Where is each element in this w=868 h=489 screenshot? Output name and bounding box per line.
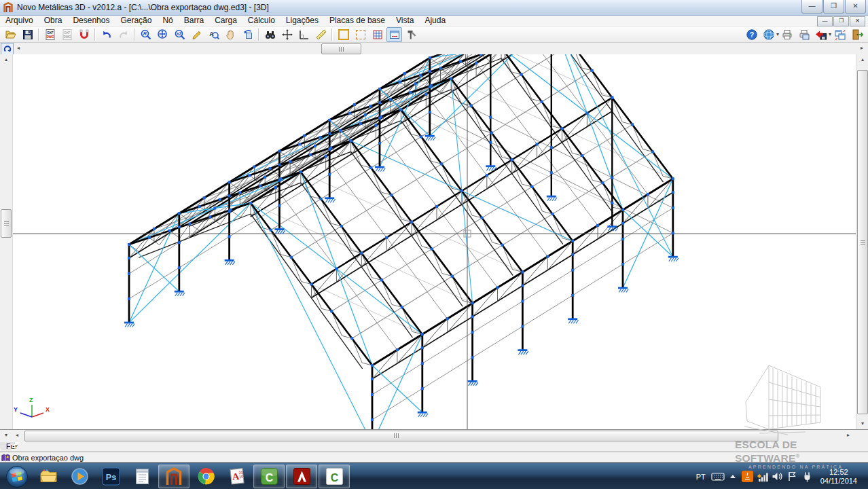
menu-item-desenhos[interactable]: Desenhos — [67, 16, 115, 26]
menu-item-arquivo[interactable]: Arquivo — [0, 16, 39, 26]
move-node-button[interactable] — [279, 27, 295, 42]
edit-pencil-button[interactable] — [189, 27, 204, 42]
rotation-scrollbar-horizontal[interactable]: ◂ ▸ — [0, 43, 868, 55]
web-globe-button[interactable] — [761, 27, 777, 42]
taskbar-app-adobe-reader[interactable] — [286, 465, 317, 488]
scroll-right-arrow[interactable]: ▸ — [857, 43, 867, 54]
tools-hammer-button[interactable] — [403, 27, 419, 42]
mdi-restore-button[interactable]: ❐ — [833, 16, 849, 26]
language-indicator[interactable]: PT — [691, 473, 710, 481]
selection-rect-button[interactable] — [352, 27, 368, 42]
scroll-down-arrow-left[interactable]: ▾ — [0, 430, 12, 441]
find-text-icon: A — [208, 29, 220, 41]
undo-button[interactable] — [98, 27, 114, 42]
scroll-up-arrow-right[interactable]: ▴ — [856, 54, 868, 65]
right-scrollbar-thumb[interactable] — [857, 70, 868, 414]
menu-item-geracao[interactable]: Geração — [115, 16, 157, 26]
menu-item-ajuda[interactable]: Ajuda — [419, 16, 451, 26]
main-toolbar: DXFDWGDXFDWGRx2A ?▾▾ — [0, 26, 868, 43]
zoom-extents-button[interactable] — [155, 27, 170, 42]
menu-item-barra[interactable]: Barra — [179, 16, 209, 26]
3d-model-canvas[interactable] — [12, 54, 856, 429]
zoom-x2-button[interactable]: x2 — [172, 27, 187, 42]
redo-button[interactable] — [115, 27, 131, 42]
taskbar-app-chrome[interactable] — [191, 465, 221, 488]
help-button[interactable]: ? — [744, 27, 760, 42]
restore-button[interactable]: ❐ — [823, 0, 844, 14]
taskbar-app-camtasia-studio[interactable]: C — [319, 465, 350, 488]
taskbar-app-notepad[interactable] — [127, 465, 157, 488]
tray-volume-icon[interactable] — [770, 471, 785, 483]
scroll-down-arrow-right[interactable]: ▾ — [856, 418, 868, 429]
mdi-close-button[interactable]: ✕ — [850, 16, 865, 26]
menu-item-no[interactable]: Nó — [157, 16, 178, 26]
magnet-button[interactable] — [76, 27, 92, 42]
save-icon — [22, 29, 34, 41]
system-tray: PT12:5204/11/2014 — [691, 463, 864, 489]
menu-item-placas-de-base[interactable]: Placas de base — [324, 16, 391, 26]
web-globe-dropdown-arrow[interactable]: ▾ — [776, 31, 779, 37]
measure-button[interactable] — [313, 27, 329, 42]
menu-item-calculo[interactable]: Cálculo — [242, 16, 281, 26]
svg-text:R: R — [143, 31, 147, 37]
menu-item-obra[interactable]: Obra — [39, 16, 68, 26]
clock-time: 12:52 — [820, 468, 857, 477]
tray-network-icon[interactable] — [755, 471, 770, 483]
3d-viewport[interactable] — [12, 54, 856, 429]
tray-hidden-icons-icon[interactable] — [725, 471, 740, 483]
scroll-left-arrow[interactable]: ◂ — [14, 43, 23, 54]
find-text-button[interactable]: A — [206, 27, 221, 42]
binoculars-button[interactable] — [262, 27, 278, 42]
taskbar-app-media-player[interactable] — [65, 465, 94, 488]
rotate-mode-button[interactable] — [1, 43, 14, 55]
export-disk-button[interactable] — [814, 27, 829, 42]
vertical-scrollbar[interactable]: ▴ ▾ — [856, 54, 868, 429]
frame-rect-button[interactable] — [336, 27, 351, 42]
tray-keyboard-icon[interactable] — [710, 471, 725, 483]
menu-item-carga[interactable]: Carga — [209, 16, 242, 26]
pan-hand-button[interactable] — [223, 27, 238, 42]
menu-item-ligacoes[interactable]: Ligações — [281, 16, 324, 26]
save-button[interactable] — [20, 27, 35, 42]
rotation-scrollbar-thumb[interactable] — [321, 43, 361, 54]
window-view-button[interactable] — [386, 27, 402, 42]
print-preview-button[interactable] — [797, 27, 812, 42]
left-scrollbar-thumb[interactable] — [1, 209, 12, 238]
svg-text:DWG: DWG — [63, 35, 71, 38]
svg-text:DXF: DXF — [64, 31, 70, 34]
tray-java-icon[interactable] — [740, 471, 755, 483]
print-button[interactable] — [780, 27, 795, 42]
start-button[interactable] — [2, 465, 32, 488]
bottom-scrollbar-thumb[interactable] — [24, 431, 778, 441]
taskbar-app-windows-explorer[interactable] — [33, 465, 63, 488]
close-button[interactable]: ✕ — [845, 0, 866, 14]
exit-door-button[interactable] — [849, 27, 865, 42]
import-dxf-button[interactable]: DXFDWG — [59, 27, 75, 42]
title-bar[interactable]: Novo Metálicas 3D - v2012.a - [C:\...\Ob… — [0, 0, 868, 16]
export-disk-dropdown-arrow[interactable]: ▾ — [829, 31, 831, 37]
rotation-scrollbar-vertical[interactable]: ▴ — [0, 54, 13, 429]
scroll-up-arrow[interactable]: ▴ — [0, 54, 12, 65]
menu-item-vista[interactable]: Vista — [391, 16, 419, 26]
tray-power-plug-icon[interactable] — [800, 471, 815, 483]
import-dxf-icon: DXFDWG — [61, 29, 73, 41]
rotate-view-button[interactable] — [240, 27, 255, 42]
taskbar-app-autocad[interactable]: A2010 — [222, 465, 252, 488]
taskbar-app-camtasia-recorder[interactable]: C — [253, 465, 285, 488]
export-disk-icon — [815, 29, 827, 41]
tray-action-center-icon[interactable] — [785, 471, 800, 483]
zoom-window-button[interactable]: R — [138, 27, 153, 42]
scroll-left-arrow-bottom[interactable]: ◂ — [12, 430, 22, 441]
perpendicular-button[interactable] — [296, 27, 312, 42]
taskbar-clock[interactable]: 12:5204/11/2014 — [815, 468, 864, 486]
export-dxf-button[interactable]: DXFDWG — [42, 27, 58, 42]
references-grid-button[interactable] — [369, 27, 385, 42]
minimize-button[interactable]: — — [801, 0, 822, 14]
mdi-minimize-button[interactable]: — — [817, 16, 833, 26]
horizontal-scrollbar[interactable]: ▾ ◂ ▸ — [0, 429, 868, 442]
scroll-right-arrow-bottom[interactable]: ▸ — [844, 430, 853, 441]
taskbar-app-metalicas-3d[interactable] — [158, 465, 189, 488]
taskbar-app-photoshop[interactable]: Ps — [96, 465, 126, 488]
arrange-windows-button[interactable] — [832, 27, 848, 42]
open-button[interactable] — [3, 27, 18, 42]
